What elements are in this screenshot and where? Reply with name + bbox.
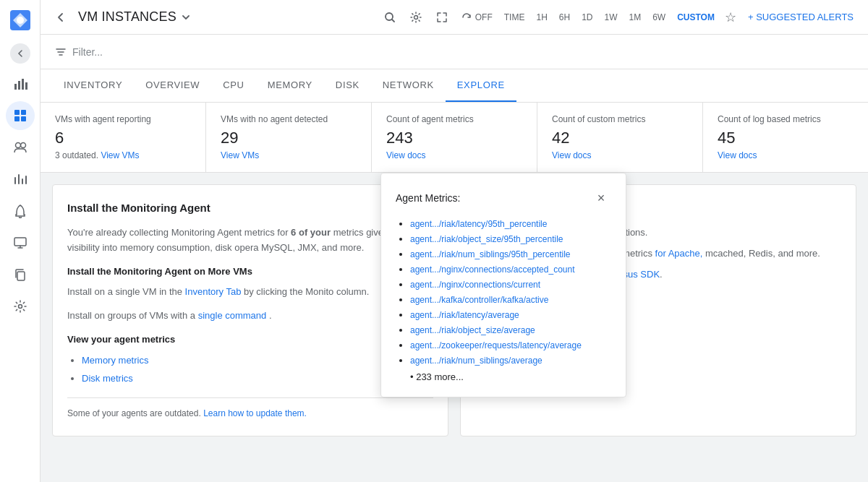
metric-agent-metrics-sub: View docs	[386, 150, 522, 160]
page-title-area: VM INSTANCES	[78, 9, 192, 25]
agent-popup-close-button[interactable]: ×	[591, 188, 611, 208]
metric-custom-metrics-sub: View docs	[552, 150, 688, 160]
install-single-vm-text: Install on a single VM in the Inventory …	[67, 285, 433, 300]
star-button[interactable]: ☆	[722, 7, 739, 28]
metric-agent-reporting-value: 6	[55, 129, 191, 147]
agent-popup-more-text: • 233 more...	[396, 371, 611, 382]
memory-metrics-link[interactable]: Memory metrics	[82, 355, 148, 366]
main-content: VM INSTANCES	[41, 0, 868, 482]
suggested-alerts-button[interactable]: + SUGGESTED ALERTS	[742, 9, 859, 25]
sidebar-item-monitor[interactable]	[6, 228, 35, 257]
tab-disk[interactable]: DISK	[324, 69, 371, 102]
time-1d-button[interactable]: 1D	[577, 9, 597, 25]
agent-metric-link[interactable]: agent.../riak/object_size/95th_percentil…	[410, 234, 563, 244]
tab-explore[interactable]: EXPLORE	[446, 69, 516, 102]
agent-metric-link[interactable]: agent.../riak/object_size/average	[410, 325, 535, 335]
agent-metric-link[interactable]: agent.../riak/num_siblings/average	[410, 356, 542, 366]
sidebar-item-groups[interactable]	[6, 133, 35, 162]
tab-cpu[interactable]: CPU	[211, 69, 255, 102]
install-card-intro: You're already collecting Monitoring Age…	[67, 225, 433, 256]
metric-agent-reporting-title: VMs with agent reporting	[55, 114, 191, 124]
sidebar-item-alerts[interactable]	[6, 197, 35, 225]
metric-log-metrics: Count of log based metrics 45 View docs	[703, 103, 868, 172]
list-item: agent.../kafka/controller/kafka/active	[410, 294, 611, 305]
metric-no-agent-value: 29	[221, 129, 357, 147]
tab-overview[interactable]: OVERVIEW	[134, 69, 211, 102]
agent-metric-link[interactable]: agent.../nginx/connections/accepted_coun…	[410, 264, 575, 275]
refresh-label: OFF	[475, 12, 493, 22]
sidebar-collapse-button[interactable]	[10, 43, 30, 64]
tab-memory[interactable]: MEMORY	[256, 69, 324, 102]
install-card-title: Install the Monitoring Agent	[67, 199, 433, 217]
metric-no-agent-sub: View VMs	[221, 150, 357, 160]
search-button[interactable]	[378, 6, 401, 29]
time-6w-button[interactable]: 6W	[648, 9, 670, 25]
disk-metrics-link[interactable]: Disk metrics	[82, 373, 133, 384]
metrics-summary-row: VMs with agent reporting 6 3 outdated. V…	[41, 103, 868, 173]
suggested-alerts-label: + SUGGESTED ALERTS	[748, 12, 854, 22]
svg-rect-6	[14, 110, 20, 115]
list-item: agent.../zookeeper/requests/latency/aver…	[410, 340, 611, 350]
fullscreen-button[interactable]	[430, 6, 454, 29]
list-item: agent.../riak/latency/average	[410, 309, 611, 320]
single-command-link[interactable]: single command	[198, 310, 267, 321]
metric-no-agent-link[interactable]: View VMs	[221, 150, 259, 160]
top-bar: VM INSTANCES	[41, 0, 868, 35]
list-item: agent.../nginx/connections/current	[410, 279, 611, 290]
list-item: agent.../riak/num_siblings/average	[410, 355, 611, 366]
svg-point-16	[414, 15, 417, 19]
inventory-tab-link[interactable]: Inventory Tab	[185, 286, 242, 297]
filter-placeholder[interactable]: Filter...	[72, 46, 103, 58]
time-custom-button[interactable]: CUSTOM	[673, 9, 719, 25]
metric-agent-metrics-value: 243	[386, 129, 522, 147]
sidebar-item-settings[interactable]	[6, 292, 35, 321]
page-title: VM INSTANCES	[78, 9, 176, 25]
back-button[interactable]	[49, 6, 72, 29]
time-1h-button[interactable]: 1H	[532, 9, 551, 25]
tab-network[interactable]: NETWORK	[371, 69, 446, 102]
metric-agent-metrics-title: Count of agent metrics	[386, 114, 522, 124]
svg-rect-4	[22, 79, 24, 90]
agent-metric-link[interactable]: agent.../zookeeper/requests/latency/aver…	[410, 340, 582, 350]
svg-point-11	[20, 143, 25, 148]
settings-button[interactable]	[404, 6, 427, 29]
agent-metric-link[interactable]: agent.../riak/latency/95th_percentile	[410, 219, 547, 229]
svg-point-10	[15, 143, 20, 148]
metric-agent-reporting: VMs with agent reporting 6 3 outdated. V…	[41, 103, 206, 172]
refresh-button[interactable]: OFF	[456, 9, 497, 26]
tabs-bar: INVENTORY OVERVIEW CPU MEMORY DISK NETWO…	[41, 69, 868, 103]
agent-metric-link[interactable]: agent.../riak/latency/average	[410, 310, 519, 320]
metric-custom-metrics-title: Count of custom metrics	[552, 114, 688, 124]
outdated-text: Some of your agents are outdated.	[67, 408, 203, 418]
sidebar-item-charts[interactable]	[6, 69, 35, 98]
svg-rect-7	[21, 110, 26, 115]
list-item: agent.../nginx/connections/accepted_coun…	[410, 264, 611, 275]
time-1w-button[interactable]: 1W	[600, 9, 621, 25]
outdated-bar: Some of your agents are outdated. Learn …	[67, 397, 433, 421]
metric-no-agent: VMs with no agent detected 29 View VMs	[206, 103, 372, 172]
metric-log-metrics-sub: View docs	[718, 150, 854, 160]
metric-agent-reporting-link[interactable]: View VMs	[101, 150, 139, 160]
title-dropdown-icon[interactable]	[179, 9, 192, 25]
agent-metric-link[interactable]: agent.../nginx/connections/current	[410, 280, 540, 290]
time-6h-button[interactable]: 6H	[555, 9, 574, 25]
svg-rect-13	[17, 272, 25, 280]
time-label: TIME	[500, 9, 529, 25]
sidebar-item-copy[interactable]	[6, 260, 35, 289]
metric-agent-reporting-sub: 3 outdated. View VMs	[55, 150, 191, 160]
top-bar-actions: OFF TIME 1H 6H 1D 1W 1M 6W CUSTOM ☆ + SU…	[378, 6, 859, 29]
agent-metric-link[interactable]: agent.../riak/num_siblings/95th_percenti…	[410, 249, 570, 259]
agent-metric-link[interactable]: agent.../kafka/controller/kafka/active	[410, 295, 548, 305]
apache-link[interactable]: for Apache,	[655, 248, 703, 259]
sidebar-item-dashboard[interactable]	[6, 101, 35, 130]
metric-agent-metrics-link[interactable]: View docs	[386, 150, 425, 160]
time-1m-button[interactable]: 1M	[624, 9, 645, 25]
update-agents-link[interactable]: Learn how to update them.	[203, 408, 307, 418]
cards-area: Install the Monitoring Agent You're alre…	[41, 173, 868, 448]
tab-inventory[interactable]: INVENTORY	[52, 69, 134, 102]
sidebar-item-bar-chart[interactable]	[6, 165, 35, 194]
metric-custom-metrics-link[interactable]: View docs	[552, 150, 591, 160]
list-item: agent.../riak/latency/95th_percentile	[410, 218, 611, 229]
svg-rect-9	[21, 116, 26, 121]
metric-log-metrics-link[interactable]: View docs	[718, 150, 757, 160]
